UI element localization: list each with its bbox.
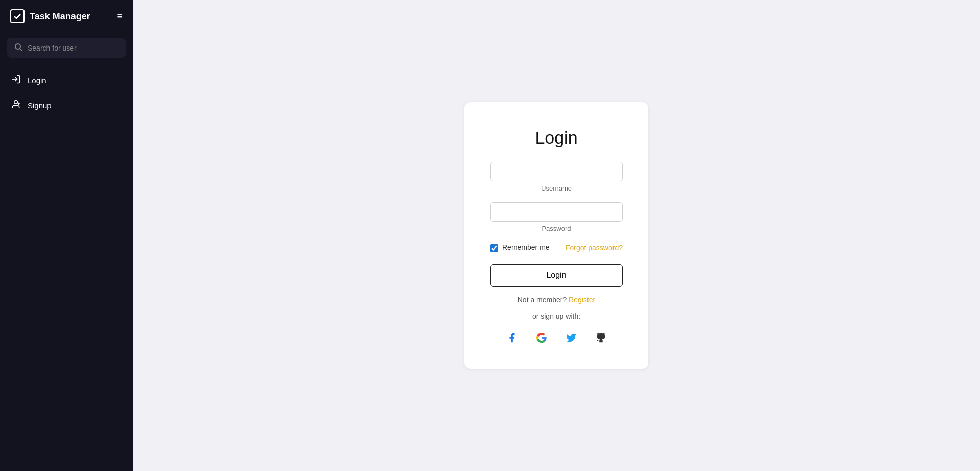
register-link[interactable]: Register	[569, 296, 595, 304]
remember-left: Remember me	[490, 243, 550, 253]
password-input[interactable]	[490, 202, 623, 222]
svg-line-1	[20, 49, 22, 51]
search-input[interactable]	[28, 44, 118, 52]
login-card: Login Username Password Remember me Forg…	[464, 102, 648, 369]
svg-point-0	[15, 44, 20, 49]
search-container[interactable]	[7, 38, 126, 58]
sidebar: Task Manager ≡ Login	[0, 0, 133, 471]
login-button[interactable]: Login	[490, 264, 623, 287]
forgot-password-link[interactable]: Forgot password?	[566, 244, 623, 252]
username-input[interactable]	[490, 162, 623, 181]
login-icon	[10, 74, 21, 87]
username-label: Username	[541, 184, 572, 192]
app-title: Task Manager	[30, 11, 112, 22]
person-add-icon	[10, 99, 21, 112]
login-title: Login	[535, 128, 577, 148]
sidebar-header: Task Manager ≡	[0, 0, 133, 33]
svg-point-3	[14, 101, 18, 104]
remember-me-label: Remember me	[502, 243, 550, 253]
sidebar-item-login[interactable]: Login	[0, 68, 133, 93]
search-icon	[14, 43, 22, 53]
remember-me-checkbox[interactable]	[490, 244, 498, 252]
not-member-static: Not a member?	[518, 296, 567, 304]
twitter-icon[interactable]	[563, 329, 579, 346]
not-member-text: Not a member? Register	[518, 296, 596, 304]
logo-icon	[10, 9, 24, 23]
google-icon[interactable]	[533, 329, 550, 346]
main-content: Login Username Password Remember me Forg…	[133, 0, 980, 471]
password-group: Password	[490, 202, 623, 232]
remember-row: Remember me Forgot password?	[490, 243, 623, 253]
github-icon[interactable]	[593, 329, 609, 346]
sidebar-item-signup-label: Signup	[28, 101, 52, 110]
sidebar-item-login-label: Login	[28, 76, 46, 85]
menu-icon[interactable]: ≡	[117, 11, 122, 22]
or-sign-up-text: or sign up with:	[532, 312, 580, 320]
facebook-icon[interactable]	[504, 329, 520, 346]
social-icons	[504, 329, 609, 346]
sidebar-item-signup[interactable]: Signup	[0, 93, 133, 118]
password-label: Password	[542, 225, 571, 232]
username-group: Username	[490, 162, 623, 192]
